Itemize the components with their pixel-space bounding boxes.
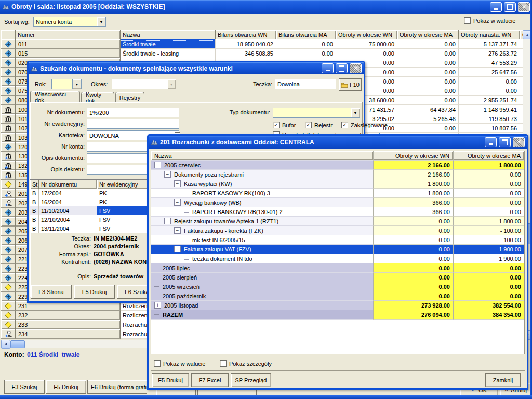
chevron-down-icon[interactable]: ▼ [351,108,360,117]
tree-row[interactable]: teczka dokument IN tdo0.001 900.00 [151,254,524,263]
tree-node-name[interactable]: −2005 czerwiec [151,161,373,170]
search-checkbox[interactable]: ✓Zaksięgowane [341,122,388,128]
account-name[interactable]: Środki trwałe [121,39,216,49]
account-value[interactable]: 346 508.85 [216,49,276,58]
tree-row[interactable]: −2005 czerwiec2 166.001 800.00 [151,161,524,170]
table-row[interactable]: 015Środki trwałe - leasing346 508.850.00… [1,49,522,58]
collapse-icon[interactable]: − [164,171,171,178]
minimize-button[interactable] [322,63,334,73]
tree-node-name[interactable]: 2005 wrzesień [151,282,373,291]
close-button[interactable]: ✕ [350,63,362,73]
tree-row[interactable]: −Wyciąg bankowy (WB)366.000.00 [151,198,524,207]
tree-node-name[interactable]: −Wyciąg bankowy (WB) [151,198,373,207]
value-ma[interactable]: - 100.00 [453,235,524,245]
minimize-button[interactable] [485,137,497,147]
tab-rejestry[interactable]: Rejestry [115,92,144,102]
tree-node-name[interactable]: −Faktura zakupu - korekta (FZK) [151,226,373,235]
account-name[interactable]: Środki trwałe - leasing [121,49,216,58]
collapse-icon[interactable]: − [174,227,181,234]
checkbox-icon[interactable]: ✓ [305,122,312,128]
grid-cell-nr[interactable]: 17/2004 [39,189,97,197]
grid-cell-st[interactable]: B [30,215,39,224]
account-value[interactable]: 0.00 [397,49,459,58]
main-button-1[interactable]: F3 Szukaj [4,380,45,394]
column-header[interactable]: Obroty w okresie WN [336,30,397,39]
value-ma[interactable]: 0.00 [453,189,524,198]
column-header[interactable] [1,30,16,39]
search-checkbox[interactable]: ✓Rejestr [305,122,332,128]
account-number[interactable]: 233 [16,320,121,329]
tree-row[interactable]: RAPORT BANKOWY RB(130-01) 2366.000.00 [151,207,524,217]
tree-row[interactable]: −Faktura zakupu - korekta (FZK)0.00- 100… [151,226,524,235]
grid-cell-st[interactable]: B [30,224,39,233]
tree-node-name[interactable]: RAZEM [151,310,373,320]
account-value[interactable]: 0.00 [397,96,459,105]
search-checkbox[interactable]: ✓Bufor [273,122,296,128]
value-ma[interactable]: 384 354.00 [453,310,524,320]
grid-cell-nr[interactable]: 11/10/2004 [39,206,97,215]
account-value[interactable]: 0.00 [397,39,459,49]
column-header[interactable]: Numer [16,30,121,39]
column-header[interactable]: Obroty w okresie MA [397,30,459,39]
collapse-icon[interactable]: − [174,246,181,252]
checkbox-icon[interactable] [464,17,471,24]
tree-row[interactable]: +2005 listopad273 928.00382 554.00 [151,301,524,310]
rozrachunki-titlebar[interactable]: 201 Rozrachunki z dostawcami Oddział: CE… [149,136,527,149]
value-wn[interactable]: 0.00 [373,291,453,301]
tree-row[interactable]: −Faktura zakupu VAT (FZV)0.001 900.00 [151,245,524,254]
tab-kwoty-dok[interactable]: Kwoty dok. [81,92,114,102]
account-value[interactable]: 119 850.73 [459,114,520,124]
grid-column-header[interactable]: Nr dokumentu [39,180,97,189]
value-wn[interactable]: 366.00 [373,207,453,217]
account-value[interactable]: 18 950 040.02 [216,39,276,49]
rozrachunki-checkbox[interactable]: Pokaż szczegóły [220,360,272,367]
grid-cell-st[interactable]: B [30,189,39,197]
account-value[interactable]: 0.00 [276,39,336,49]
value-ma[interactable]: 0.00 [453,179,524,189]
account-number[interactable]: 234 [16,329,121,339]
rozrachunki-button-1[interactable]: F5 Drukuj [152,373,189,387]
horizontal-scroll-thumb[interactable] [10,340,25,348]
restore-button[interactable] [499,137,511,147]
value-wn[interactable]: 2 166.00 [373,161,453,170]
value-ma[interactable]: 382 554.00 [453,301,524,310]
account-value[interactable]: 0.00 [397,86,459,96]
account-value[interactable]: 5 265.46 [397,114,459,124]
account-value[interactable]: 0.00 [397,124,459,133]
tree-node-name[interactable]: −Dokumenty poza rejestrami [151,170,373,179]
value-wn[interactable]: 2 166.00 [373,170,453,179]
chevron-down-icon[interactable]: ▼ [72,79,81,89]
value-wn[interactable]: 0.00 [373,273,453,282]
value-wn[interactable]: 0.00 [373,282,453,291]
value-wn[interactable]: 273 928.00 [373,301,453,310]
value-wn[interactable]: 276 094.00 [373,310,453,320]
value-wn[interactable]: 0.00 [373,235,453,245]
checkbox-icon[interactable] [154,360,161,367]
zamknij-button[interactable]: Zamknij [485,373,521,387]
account-value[interactable]: 75 000.00 [336,39,397,49]
value-ma[interactable]: 1 900.00 [453,245,524,254]
value-ma[interactable]: 0.00 [453,263,524,273]
collapse-icon[interactable]: − [154,162,161,168]
account-value[interactable]: 0.00 [459,86,520,96]
account-value[interactable]: 64 437.84 [397,105,459,114]
account-number[interactable]: 232 [16,311,121,320]
account-number[interactable]: 015 [16,49,121,58]
okres-combobox[interactable]: ▼ [112,79,176,89]
account-value[interactable]: 0.00 [397,58,459,68]
account-value[interactable]: 47 553.29 [459,58,520,68]
value-wn[interactable]: 0.00 [373,254,453,263]
column-header[interactable]: Bilans otwarcia MA [276,30,336,39]
rozrachunki-button-2[interactable]: F7 Excel [191,373,229,387]
account-value[interactable]: 0.00 [397,68,459,77]
account-value[interactable]: 10 807.56 [459,124,520,133]
checkbox-icon[interactable] [220,360,227,367]
tree-row[interactable]: RAPORT KASOWY RK(100) 31 800.000.00 [151,189,524,198]
checkbox-icon[interactable]: ✓ [273,122,280,128]
checkbox-icon[interactable]: ✓ [341,122,348,128]
value-wn[interactable]: 0.00 [373,263,453,273]
tree-node-name[interactable]: −Faktura zakupu VAT (FZV) [151,245,373,254]
sort-combobox[interactable]: Numeru konta ▼ [33,17,106,27]
rok-combobox[interactable]: - ▼ [51,79,82,89]
close-button[interactable]: ✕ [513,137,525,147]
